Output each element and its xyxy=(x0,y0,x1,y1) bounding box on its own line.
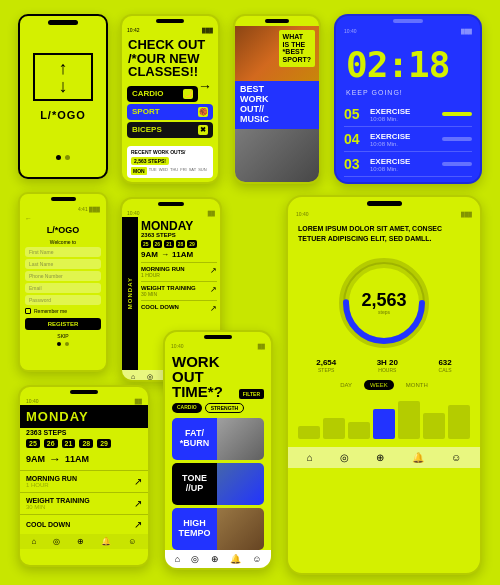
plus-icon[interactable]: ⊕ xyxy=(77,537,84,546)
wcard-high-tempo[interactable]: HIGHTEMPO xyxy=(172,508,264,550)
stat-value: 3H 20 xyxy=(377,358,398,367)
ex-info: EXERCISE 10:08 Min. xyxy=(370,157,442,172)
wcard-label: FAT/*BURN xyxy=(172,418,217,460)
home-icon[interactable]: ⌂ xyxy=(307,452,313,463)
class-name: CARDIO xyxy=(132,89,164,98)
phone-field[interactable]: Phone Number xyxy=(25,271,101,281)
workouts-bar: RECENT WORK OUTS/ 2,563 STEPS! MON TUEWE… xyxy=(127,146,213,178)
status-bar: 10:40▓▓ xyxy=(20,397,148,405)
search-icon[interactable]: ◎ xyxy=(147,373,153,381)
plus-icon[interactable]: ⊕ xyxy=(211,554,219,564)
badge: 25 xyxy=(26,439,40,448)
workout-item-weights: WEIGHT TRAINING 30 MIN ↗ xyxy=(20,495,148,512)
remember-label: Remember me xyxy=(34,308,67,314)
dot-active xyxy=(56,155,61,160)
bar xyxy=(423,413,445,438)
search-icon[interactable]: ◎ xyxy=(340,452,349,463)
badge: 29 xyxy=(187,240,197,248)
bar-active xyxy=(373,409,395,438)
badge: 26 xyxy=(44,439,58,448)
workout-image xyxy=(235,129,319,184)
user-icon[interactable]: ☺ xyxy=(128,537,136,546)
logo-text: L/*OGO xyxy=(40,109,86,121)
divider xyxy=(20,470,148,471)
skip-button[interactable]: SKIP xyxy=(20,333,106,339)
wcard-tone-up[interactable]: TONE//UP xyxy=(172,463,264,505)
ex-label: EXERCISE xyxy=(370,107,442,116)
home-icon[interactable]: ⌂ xyxy=(175,554,180,564)
class-item-cardio[interactable]: CARDIO 🌙 xyxy=(127,86,198,102)
pill-cardio[interactable]: CARDIO xyxy=(172,403,202,413)
exercise-item-5: 05 EXERCISE 10:08 Min. xyxy=(344,102,472,127)
wcard-label: HIGHTEMPO xyxy=(172,508,217,550)
pill-strength[interactable]: STRENGTH xyxy=(205,403,245,413)
dot xyxy=(65,155,70,160)
plus-icon[interactable]: ⊕ xyxy=(376,452,384,463)
bell-icon[interactable]: 🔔 xyxy=(230,554,241,564)
ex-progress-bar xyxy=(442,162,472,166)
blue-section: BESTWORKOUT//MUSIC xyxy=(235,81,319,129)
divider xyxy=(20,492,148,493)
status-bar: 10:40▓▓ xyxy=(122,209,220,217)
badge: 21 xyxy=(164,240,174,248)
day-header: MONDAY xyxy=(141,220,217,232)
class-item-sport[interactable]: SPORT 🏀 xyxy=(127,104,213,120)
workouts-title: RECENT WORK OUTS/ xyxy=(131,149,209,155)
ex-info: EXERCISE 10:08 Min. xyxy=(370,132,442,147)
bar xyxy=(323,418,345,439)
bell-icon[interactable]: 🔔 xyxy=(101,537,111,546)
pills-row: CARDIO STRENGTH xyxy=(165,401,271,415)
search-icon[interactable]: ◎ xyxy=(53,537,60,546)
workout-duration: 1 HOUR xyxy=(141,272,185,278)
tab-day[interactable]: DAY xyxy=(334,380,358,390)
bar xyxy=(348,422,370,439)
dot xyxy=(57,342,61,346)
last-name-field[interactable]: Last Name xyxy=(25,259,101,269)
password-field[interactable]: Password xyxy=(25,295,101,305)
lorem-text: LOREM IPSUM DOLOR SIT AMET, CONSEC TETUE… xyxy=(298,224,470,244)
exercise-item-3: 03 EXERCISE 10:08 Min. xyxy=(344,152,472,177)
ex-label: EXERCISE xyxy=(370,157,442,166)
bell-icon[interactable]: 🔔 xyxy=(412,452,424,463)
time-range: 9AM → 11AM xyxy=(20,450,148,468)
register-button[interactable]: REGISTER xyxy=(25,318,101,330)
badge: 28 xyxy=(79,439,93,448)
class-item-biceps[interactable]: BICEPS ✖ xyxy=(127,122,213,138)
tab-week[interactable]: WEEK xyxy=(364,380,394,390)
badge: 26 xyxy=(153,240,163,248)
workout-item-cool: COOL DOWN ↗ xyxy=(141,302,217,315)
stat-label: STEPS xyxy=(316,367,336,373)
ex-number: 05 xyxy=(344,106,364,122)
first-name-field[interactable]: First Name xyxy=(25,247,101,257)
home-icon[interactable]: ⌂ xyxy=(131,373,135,381)
divider xyxy=(141,262,217,263)
remember-checkbox[interactable] xyxy=(25,308,31,314)
bar xyxy=(448,405,470,439)
notch xyxy=(48,20,78,25)
title-row: WORKOUTTIME*? FILTER xyxy=(165,350,271,401)
notch xyxy=(70,390,98,394)
workout-name: COOL DOWN xyxy=(26,521,70,528)
day-sidebar: MONDAY xyxy=(122,217,138,370)
user-icon[interactable]: ☺ xyxy=(451,452,461,463)
badge: 28 xyxy=(176,240,186,248)
stat-value: 2,654 xyxy=(316,358,336,367)
arrow-icon: ↗ xyxy=(210,304,217,313)
email-field[interactable]: Email xyxy=(25,283,101,293)
circle-inner: 2,563 steps xyxy=(361,291,406,315)
search-icon[interactable]: ◎ xyxy=(191,554,199,564)
tab-row: DAY WEEK MONTH xyxy=(288,377,480,393)
filter-button[interactable]: FILTER xyxy=(239,389,264,399)
arrow-icon: ↗ xyxy=(134,519,142,530)
stat-hours: 3H 20 HOURS xyxy=(377,358,398,373)
user-icon[interactable]: ☺ xyxy=(252,554,261,564)
class-icon: 🏀 xyxy=(198,107,208,117)
ex-time: 10:08 Min. xyxy=(370,141,442,147)
wcard-fat-burn[interactable]: FAT/*BURN xyxy=(172,418,264,460)
workout-duration: 30 MIN xyxy=(141,291,196,297)
home-icon[interactable]: ⌂ xyxy=(31,537,36,546)
arrow-icon: ↗ xyxy=(210,285,217,297)
status-bar: 10:42▓▓▓ xyxy=(122,26,218,34)
wcard-label: TONE//UP xyxy=(172,463,217,505)
tab-month[interactable]: MONTH xyxy=(400,380,434,390)
